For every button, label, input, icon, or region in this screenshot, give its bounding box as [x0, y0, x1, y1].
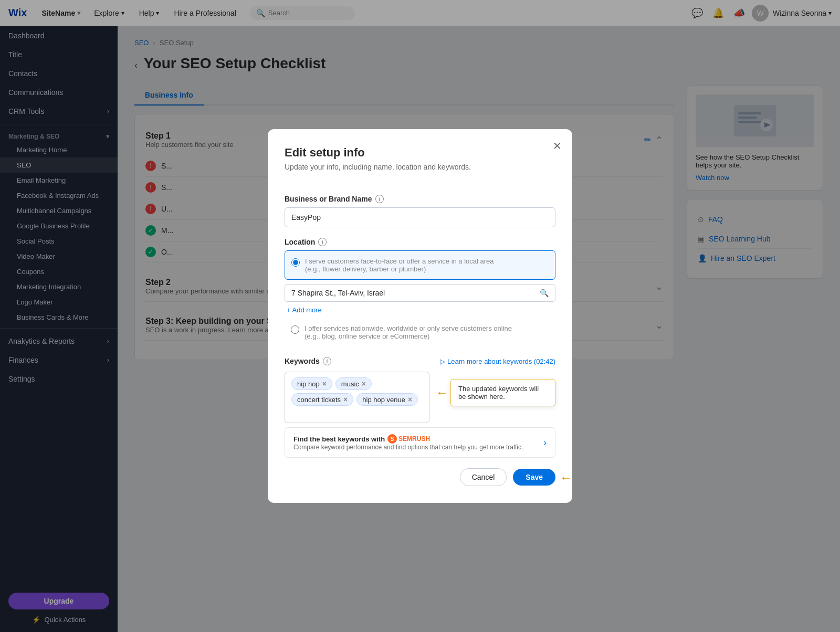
edit-setup-info-modal: ✕ Edit setup info Update your info, incl… — [268, 129, 572, 503]
location-info-icon[interactable]: i — [318, 238, 327, 246]
keywords-info-icon[interactable]: i — [323, 357, 331, 365]
keywords-input-area[interactable]: hip hop × music × concert tickets × hi — [285, 372, 429, 423]
keyword-remove-venue[interactable]: × — [408, 395, 412, 404]
brand-name-field: Business or Brand Name i — [285, 195, 555, 227]
location-local-radio[interactable] — [291, 258, 300, 267]
keywords-header: Keywords i ▷ Learn more about keywords (… — [285, 357, 555, 365]
cancel-button[interactable]: Cancel — [460, 468, 507, 486]
semrush-logo: S SEMRUSH — [387, 434, 430, 444]
keyword-tag-hiphop: hip hop × — [291, 377, 332, 390]
modal-close-button[interactable]: ✕ — [553, 140, 562, 152]
semrush-icon: S — [387, 434, 397, 444]
save-arrow-icon: ← — [560, 470, 572, 484]
keywords-label: Keywords i — [285, 357, 331, 365]
modal-actions: Cancel Save ← Only when you click the sa… — [285, 468, 555, 486]
brand-name-input[interactable] — [285, 207, 555, 227]
modal-subtitle: Update your info, including name, locati… — [285, 163, 555, 171]
location-label: Location i — [285, 238, 555, 246]
keyword-tag-music: music × — [335, 377, 372, 390]
orange-arrow-icon: ← — [436, 385, 448, 400]
semrush-desc: Compare keyword performance and find opt… — [293, 444, 538, 451]
keyword-tag-hiphop-venue: hip hop venue × — [356, 393, 418, 406]
semrush-arrow-icon: › — [543, 437, 547, 448]
keyword-tag-concert-tickets: concert tickets × — [291, 393, 353, 406]
keyword-remove-music[interactable]: × — [362, 380, 366, 388]
modal-overlay[interactable]: ✕ Edit setup info Update your info, incl… — [0, 0, 840, 632]
location-input[interactable] — [291, 289, 537, 297]
location-input-wrap: 🔍 — [285, 284, 555, 302]
learn-more-keywords-link[interactable]: ▷ Learn more about keywords (02:42) — [440, 357, 555, 365]
keywords-tooltip: The updated keywords will be shown here. — [450, 379, 555, 406]
brand-name-label: Business or Brand Name i — [285, 195, 555, 203]
semrush-box[interactable]: Find the best keywords with S SEMRUSH Co… — [285, 427, 555, 458]
brand-name-info-icon[interactable]: i — [375, 195, 384, 203]
location-search-icon: 🔍 — [540, 289, 549, 297]
location-online-radio[interactable] — [291, 325, 299, 334]
location-online-option[interactable]: I offer services nationwide, worldwide o… — [285, 318, 555, 346]
location-local-option[interactable]: I serve customers face-to-face or offer … — [285, 250, 555, 280]
save-button[interactable]: Save — [513, 469, 555, 486]
keyword-text-input[interactable] — [291, 409, 323, 417]
modal-title: Edit setup info — [285, 146, 555, 160]
keyword-remove-hiphop[interactable]: × — [322, 380, 327, 388]
keyword-remove-concert[interactable]: × — [343, 395, 348, 404]
add-more-link[interactable]: + Add more — [285, 306, 555, 314]
location-field: Location i I serve customers face-to-fac… — [285, 238, 555, 346]
keywords-section: Keywords i ▷ Learn more about keywords (… — [285, 357, 555, 458]
